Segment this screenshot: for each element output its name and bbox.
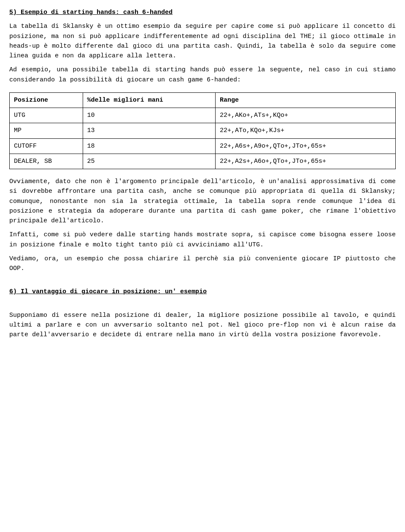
col-header-posizione: Posizione xyxy=(10,92,83,108)
section5-para2: Ad esempio, una possibile tabella di sta… xyxy=(9,65,396,85)
table-cell: 22+,ATo,KQo+,KJs+ xyxy=(215,123,395,138)
starting-hands-table-container: Posizione %delle migliori mani Range UTG… xyxy=(9,92,396,169)
table-row: CUTOFF1822+,A6s+,A9o+,QTo+,JTo+,65s+ xyxy=(10,138,396,154)
section5-heading: 5) Esempio di starting hands: cash 6-han… xyxy=(9,8,396,17)
starting-hands-table: Posizione %delle migliori mani Range UTG… xyxy=(9,92,396,169)
col-header-percent: %delle migliori mani xyxy=(83,92,215,108)
table-cell: 22+,A6s+,A9o+,QTo+,JTo+,65s+ xyxy=(215,138,395,154)
table-row: UTG1022+,AKo+,ATs+,KQo+ xyxy=(10,108,396,123)
table-cell: 22+,AKo+,ATs+,KQo+ xyxy=(215,108,395,123)
table-cell: 22+,A2s+,A6o+,QTo+,JTo+,65s+ xyxy=(215,154,395,169)
table-cell: 18 xyxy=(83,138,215,154)
table-cell: UTG xyxy=(10,108,83,123)
table-header-row: Posizione %delle migliori mani Range xyxy=(10,92,396,108)
col-header-range: Range xyxy=(215,92,395,108)
table-row: DEALER, SB2522+,A2s+,A6o+,QTo+,JTo+,65s+ xyxy=(10,154,396,169)
section5-para5: Vediamo, ora, un esempio che possa chiar… xyxy=(9,254,396,274)
table-row: MP1322+,ATo,KQo+,KJs+ xyxy=(10,123,396,138)
section5-para4: Infatti, come si può vedere dalle starti… xyxy=(9,230,396,250)
table-cell: 25 xyxy=(83,154,215,169)
table-cell: CUTOFF xyxy=(10,138,83,154)
table-cell: MP xyxy=(10,123,83,138)
section6-heading: 6) Il vantaggio di giocare in posizione:… xyxy=(9,287,396,297)
table-cell: DEALER, SB xyxy=(10,154,83,169)
section5-para1: La tabella di Sklansky è un ottimo esemp… xyxy=(9,22,396,61)
section6-para1: Supponiamo di essere nella posizione di … xyxy=(9,311,396,340)
table-cell: 13 xyxy=(83,123,215,138)
table-cell: 10 xyxy=(83,108,215,123)
section5-para3: Ovviamente, dato che non è l'argomento p… xyxy=(9,177,396,226)
